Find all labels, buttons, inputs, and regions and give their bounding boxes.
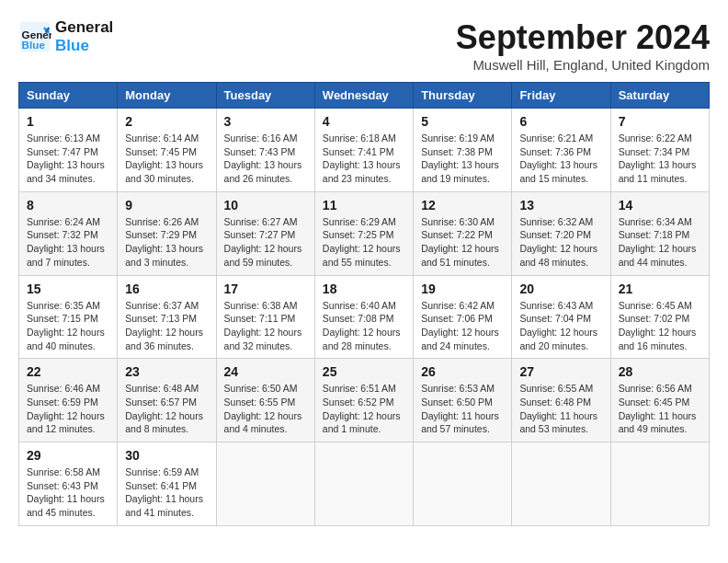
- weekday-header-thursday: Thursday: [414, 83, 512, 109]
- day-number: 4: [323, 114, 405, 129]
- day-number: 30: [125, 448, 208, 463]
- calendar-cell: 24 Sunrise: 6:50 AM Sunset: 6:55 PM Dayl…: [216, 359, 314, 442]
- day-number: 27: [519, 364, 602, 379]
- calendar-table: SundayMondayTuesdayWednesdayThursdayFrid…: [18, 82, 710, 526]
- day-info: Sunrise: 6:22 AM Sunset: 7:34 PM Dayligh…: [619, 132, 701, 186]
- day-number: 22: [27, 364, 109, 379]
- calendar-cell: 30 Sunrise: 6:59 AM Sunset: 6:41 PM Dayl…: [118, 442, 216, 526]
- calendar-cell: 26 Sunrise: 6:53 AM Sunset: 6:50 PM Dayl…: [414, 359, 512, 442]
- day-info: Sunrise: 6:26 AM Sunset: 7:29 PM Dayligh…: [125, 215, 208, 270]
- day-number: 26: [421, 364, 504, 379]
- day-info: Sunrise: 6:16 AM Sunset: 7:43 PM Dayligh…: [224, 132, 307, 186]
- day-info: Sunrise: 6:38 AM Sunset: 7:11 PM Dayligh…: [224, 299, 307, 353]
- day-number: 28: [619, 364, 701, 379]
- calendar-cell: 29 Sunrise: 6:58 AM Sunset: 6:43 PM Dayl…: [19, 442, 118, 526]
- day-number: 14: [619, 198, 701, 213]
- day-number: 17: [224, 282, 307, 296]
- day-info: Sunrise: 6:43 AM Sunset: 7:04 PM Dayligh…: [519, 299, 602, 353]
- weekday-header-friday: Friday: [512, 83, 610, 109]
- page-header: General Blue General Blue September 2024…: [18, 18, 710, 73]
- calendar-week-5: 29 Sunrise: 6:58 AM Sunset: 6:43 PM Dayl…: [19, 442, 710, 526]
- calendar-cell: 3 Sunrise: 6:16 AM Sunset: 7:43 PM Dayli…: [216, 109, 314, 192]
- location-text: Muswell Hill, England, United Kingdom: [456, 57, 710, 73]
- calendar-cell: 5 Sunrise: 6:19 AM Sunset: 7:38 PM Dayli…: [414, 109, 512, 192]
- day-info: Sunrise: 6:34 AM Sunset: 7:18 PM Dayligh…: [619, 215, 701, 270]
- day-info: Sunrise: 6:42 AM Sunset: 7:06 PM Dayligh…: [421, 299, 504, 353]
- day-info: Sunrise: 6:35 AM Sunset: 7:15 PM Dayligh…: [27, 299, 109, 353]
- day-number: 19: [421, 282, 504, 296]
- day-number: 15: [27, 282, 109, 296]
- calendar-cell: 7 Sunrise: 6:22 AM Sunset: 7:34 PM Dayli…: [610, 109, 709, 192]
- calendar-cell: 2 Sunrise: 6:14 AM Sunset: 7:45 PM Dayli…: [118, 109, 216, 192]
- calendar-cell: [414, 442, 512, 526]
- day-info: Sunrise: 6:59 AM Sunset: 6:41 PM Dayligh…: [125, 465, 208, 520]
- calendar-week-3: 15 Sunrise: 6:35 AM Sunset: 7:15 PM Dayl…: [19, 275, 710, 359]
- day-number: 10: [224, 198, 307, 213]
- logo-text-general: General: [55, 18, 113, 37]
- day-number: 25: [323, 364, 405, 379]
- logo-icon: General Blue: [18, 20, 51, 53]
- day-info: Sunrise: 6:18 AM Sunset: 7:41 PM Dayligh…: [323, 132, 405, 186]
- weekday-header-sunday: Sunday: [19, 83, 118, 109]
- day-number: 29: [27, 448, 109, 463]
- day-number: 12: [421, 198, 504, 213]
- day-info: Sunrise: 6:46 AM Sunset: 6:59 PM Dayligh…: [27, 382, 109, 436]
- day-number: 23: [125, 364, 208, 379]
- calendar-cell: 18 Sunrise: 6:40 AM Sunset: 7:08 PM Dayl…: [314, 275, 413, 359]
- day-number: 9: [125, 198, 208, 213]
- calendar-cell: 22 Sunrise: 6:46 AM Sunset: 6:59 PM Dayl…: [19, 359, 118, 442]
- calendar-cell: 1 Sunrise: 6:13 AM Sunset: 7:47 PM Dayli…: [19, 109, 118, 192]
- day-number: 11: [323, 198, 405, 213]
- logo-text-blue: Blue: [55, 37, 113, 55]
- calendar-cell: 9 Sunrise: 6:26 AM Sunset: 7:29 PM Dayli…: [118, 191, 216, 275]
- calendar-cell: 28 Sunrise: 6:56 AM Sunset: 6:45 PM Dayl…: [610, 359, 709, 442]
- day-number: 18: [323, 282, 405, 296]
- calendar-cell: 15 Sunrise: 6:35 AM Sunset: 7:15 PM Dayl…: [19, 275, 118, 359]
- calendar-cell: 8 Sunrise: 6:24 AM Sunset: 7:32 PM Dayli…: [19, 191, 118, 275]
- svg-text:Blue: Blue: [22, 38, 46, 50]
- day-info: Sunrise: 6:14 AM Sunset: 7:45 PM Dayligh…: [125, 132, 208, 186]
- day-info: Sunrise: 6:55 AM Sunset: 6:48 PM Dayligh…: [519, 382, 602, 436]
- calendar-week-1: 1 Sunrise: 6:13 AM Sunset: 7:47 PM Dayli…: [19, 109, 710, 192]
- day-number: 20: [519, 282, 602, 296]
- day-info: Sunrise: 6:13 AM Sunset: 7:47 PM Dayligh…: [27, 132, 109, 186]
- day-info: Sunrise: 6:27 AM Sunset: 7:27 PM Dayligh…: [224, 215, 307, 270]
- calendar-cell: 23 Sunrise: 6:48 AM Sunset: 6:57 PM Dayl…: [118, 359, 216, 442]
- day-number: 1: [27, 114, 109, 129]
- calendar-cell: 13 Sunrise: 6:32 AM Sunset: 7:20 PM Dayl…: [512, 191, 610, 275]
- calendar-cell: 11 Sunrise: 6:29 AM Sunset: 7:25 PM Dayl…: [314, 191, 413, 275]
- day-info: Sunrise: 6:32 AM Sunset: 7:20 PM Dayligh…: [519, 215, 602, 270]
- day-info: Sunrise: 6:45 AM Sunset: 7:02 PM Dayligh…: [619, 299, 701, 353]
- calendar-cell: [512, 442, 610, 526]
- day-number: 6: [519, 114, 602, 129]
- day-number: 16: [125, 282, 208, 296]
- day-number: 13: [519, 198, 602, 213]
- month-title: September 2024: [456, 18, 710, 57]
- day-info: Sunrise: 6:53 AM Sunset: 6:50 PM Dayligh…: [421, 382, 504, 436]
- calendar-cell: 4 Sunrise: 6:18 AM Sunset: 7:41 PM Dayli…: [314, 109, 413, 192]
- day-info: Sunrise: 6:51 AM Sunset: 6:52 PM Dayligh…: [323, 382, 405, 436]
- calendar-week-2: 8 Sunrise: 6:24 AM Sunset: 7:32 PM Dayli…: [19, 191, 710, 275]
- calendar-cell: 14 Sunrise: 6:34 AM Sunset: 7:18 PM Dayl…: [610, 191, 709, 275]
- weekday-header-saturday: Saturday: [610, 83, 709, 109]
- day-info: Sunrise: 6:40 AM Sunset: 7:08 PM Dayligh…: [323, 299, 405, 353]
- calendar-cell: 21 Sunrise: 6:45 AM Sunset: 7:02 PM Dayl…: [610, 275, 709, 359]
- day-info: Sunrise: 6:21 AM Sunset: 7:36 PM Dayligh…: [519, 132, 602, 186]
- calendar-cell: 6 Sunrise: 6:21 AM Sunset: 7:36 PM Dayli…: [512, 109, 610, 192]
- weekday-header-monday: Monday: [118, 83, 216, 109]
- weekday-header-wednesday: Wednesday: [314, 83, 413, 109]
- calendar-cell: [314, 442, 413, 526]
- calendar-week-4: 22 Sunrise: 6:46 AM Sunset: 6:59 PM Dayl…: [19, 359, 710, 442]
- calendar-cell: 27 Sunrise: 6:55 AM Sunset: 6:48 PM Dayl…: [512, 359, 610, 442]
- weekday-header-tuesday: Tuesday: [216, 83, 314, 109]
- day-info: Sunrise: 6:24 AM Sunset: 7:32 PM Dayligh…: [27, 215, 109, 270]
- day-number: 5: [421, 114, 504, 129]
- logo: General Blue General Blue: [18, 18, 113, 54]
- day-info: Sunrise: 6:29 AM Sunset: 7:25 PM Dayligh…: [323, 215, 405, 270]
- calendar-cell: 12 Sunrise: 6:30 AM Sunset: 7:22 PM Dayl…: [414, 191, 512, 275]
- calendar-cell: 17 Sunrise: 6:38 AM Sunset: 7:11 PM Dayl…: [216, 275, 314, 359]
- calendar-cell: 16 Sunrise: 6:37 AM Sunset: 7:13 PM Dayl…: [118, 275, 216, 359]
- calendar-cell: 20 Sunrise: 6:43 AM Sunset: 7:04 PM Dayl…: [512, 275, 610, 359]
- day-info: Sunrise: 6:19 AM Sunset: 7:38 PM Dayligh…: [421, 132, 504, 186]
- calendar-cell: 19 Sunrise: 6:42 AM Sunset: 7:06 PM Dayl…: [414, 275, 512, 359]
